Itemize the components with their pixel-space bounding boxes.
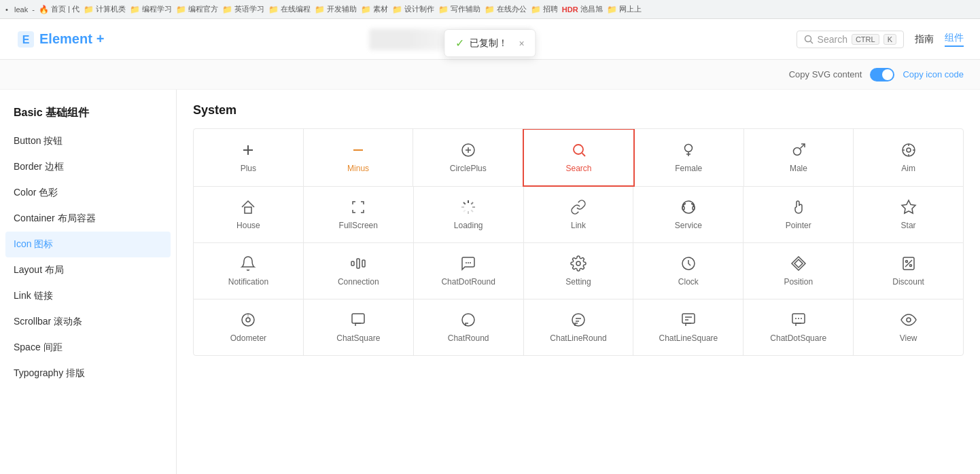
copy-svg-toggle[interactable] — [870, 68, 894, 81]
loading-cell[interactable]: Loading — [414, 187, 524, 242]
circle-plus-icon — [460, 142, 476, 158]
chat-dot-square-cell[interactable]: ChatDotSquare — [743, 299, 854, 355]
pointer-cell[interactable]: Pointer — [743, 187, 854, 242]
search-box[interactable]: Search CTRL K — [797, 31, 904, 48]
svg-point-15 — [793, 148, 801, 156]
star-label: Star — [901, 221, 916, 230]
sidebar-item-space[interactable]: Space 间距 — [0, 335, 176, 361]
search-box-icon — [804, 35, 813, 44]
logo[interactable]: E Element+ — [16, 30, 105, 49]
svg-rect-34 — [693, 206, 695, 210]
chat-line-square-cell[interactable]: ChatLineSquare — [633, 299, 743, 355]
browser-bookmark[interactable]: 📁素材 — [361, 4, 388, 14]
nav-guide[interactable]: 指南 — [915, 33, 934, 45]
svg-line-30 — [471, 202, 473, 204]
browser-tab[interactable]: • leak — [5, 5, 28, 14]
browser-bookmark[interactable]: 📁编程官方 — [176, 4, 218, 14]
service-cell[interactable]: Service — [633, 187, 743, 242]
browser-bookmark[interactable]: 📁计算机类 — [84, 4, 126, 14]
browser-bookmark[interactable]: 📁写作辅助 — [438, 4, 480, 14]
plus-cell[interactable]: Plus — [194, 129, 304, 186]
link-label: Link — [571, 221, 586, 230]
svg-line-16 — [800, 144, 805, 149]
aim-cell[interactable]: Aim — [854, 129, 963, 186]
clock-cell[interactable]: Clock — [633, 243, 743, 299]
circle-plus-cell[interactable]: CirclePlus — [413, 129, 523, 186]
sidebar-item-color[interactable]: Color 色彩 — [0, 180, 176, 206]
link-icon — [570, 199, 587, 215]
browser-bookmark[interactable]: 📁开发辅助 — [315, 4, 357, 14]
sidebar-item-layout[interactable]: Layout 布局 — [0, 257, 176, 283]
male-cell[interactable]: Male — [744, 129, 854, 186]
chat-line-round-cell[interactable]: ChatLineRound — [524, 299, 634, 355]
search-shortcut-ctrl: CTRL — [852, 34, 879, 45]
chat-dot-round-icon — [460, 255, 476, 272]
svg-rect-38 — [362, 260, 365, 267]
header-right: Search CTRL K 指南 组件 — [797, 31, 964, 48]
chat-round-cell[interactable]: ChatRound — [414, 299, 524, 355]
loading-label: Loading — [454, 221, 483, 230]
svg-point-40 — [468, 262, 469, 263]
sidebar-item-scrollbar[interactable]: Scrollbar 滚动条 — [0, 309, 176, 335]
chat-dot-round-cell[interactable]: ChatDotRound — [414, 243, 524, 299]
sidebar-item-link[interactable]: Link 链接 — [0, 283, 176, 309]
search-cell[interactable]: Search — [523, 128, 635, 187]
sidebar-item-container[interactable]: Container 布局容器 — [0, 206, 176, 232]
notification-cell[interactable]: Notification — [194, 243, 304, 299]
circle-plus-label: CirclePlus — [450, 164, 487, 173]
connection-cell[interactable]: Connection — [304, 243, 414, 299]
star-cell[interactable]: Star — [854, 187, 963, 242]
fullscreen-label: FullScreen — [339, 221, 378, 230]
toast-message: 已复制！ — [470, 37, 508, 50]
svg-rect-23 — [245, 207, 251, 213]
chat-square-cell[interactable]: ChatSquare — [304, 299, 414, 355]
house-cell[interactable]: House — [194, 187, 304, 242]
view-icon — [900, 312, 917, 328]
chat-square-icon — [350, 312, 366, 328]
svg-point-48 — [909, 265, 911, 267]
browser-bookmark[interactable]: HDR池昌旭 — [562, 4, 603, 14]
browser-bookmark[interactable]: 📁在线办公 — [485, 4, 527, 14]
chat-dot-round-label: ChatDotRound — [441, 277, 495, 287]
copy-bar: Copy SVG content Copy icon code — [0, 60, 980, 90]
discount-cell[interactable]: Discount — [854, 243, 963, 299]
search-box-label: Search — [818, 34, 847, 45]
chat-dot-square-label: ChatDotSquare — [770, 333, 826, 343]
browser-bookmark[interactable]: 📁招聘 — [531, 4, 558, 14]
notification-icon — [240, 255, 256, 272]
sidebar-item-border[interactable]: Border 边框 — [0, 154, 176, 180]
view-cell[interactable]: View — [854, 299, 963, 355]
female-cell[interactable]: Female — [634, 129, 744, 186]
sidebar-item-typography[interactable]: Typography 排版 — [0, 361, 176, 386]
minus-cell[interactable]: Minus — [304, 129, 414, 186]
fullscreen-cell[interactable]: FullScreen — [304, 187, 414, 242]
sidebar-item-icon[interactable]: Icon 图标 — [5, 232, 171, 257]
browser-bookmark[interactable]: 📁设计制作 — [392, 4, 434, 14]
sidebar-item-button[interactable]: Button 按钮 — [0, 128, 176, 154]
chat-round-label: ChatRound — [448, 333, 489, 343]
nav-components[interactable]: 组件 — [945, 32, 964, 47]
copy-icon-code-button[interactable]: Copy icon code — [903, 69, 964, 79]
browser-bookmark[interactable]: 📁英语学习 — [222, 4, 264, 14]
svg-point-60 — [795, 318, 797, 319]
svg-rect-36 — [351, 261, 354, 266]
browser-bookmark[interactable]: 📁在线编程 — [268, 4, 311, 14]
browser-bookmark[interactable]: 🔥首页 | 代 — [39, 4, 80, 14]
browser-bookmark[interactable]: 📁编程学习 — [130, 4, 172, 14]
svg-line-3 — [810, 41, 813, 43]
chat-line-round-label: ChatLineRound — [550, 333, 606, 343]
svg-text:E: E — [22, 34, 30, 45]
plus-label: Plus — [241, 164, 256, 173]
setting-cell[interactable]: Setting — [524, 243, 634, 299]
chat-line-round-icon — [570, 312, 587, 328]
odometer-cell[interactable]: Odometer — [194, 299, 304, 355]
link-cell[interactable]: Link — [524, 187, 634, 242]
browser-bookmark[interactable]: 📁网上上 — [607, 4, 642, 14]
icon-row-1: Plus Minus CirclePlus — [194, 129, 963, 187]
icon-row-2: House FullScreen — [194, 187, 963, 243]
search-shortcut-k: K — [883, 34, 896, 45]
toast-close-button[interactable]: × — [519, 38, 524, 49]
service-icon — [680, 199, 697, 215]
chat-line-square-icon — [680, 312, 697, 328]
position-cell[interactable]: Position — [743, 243, 854, 299]
